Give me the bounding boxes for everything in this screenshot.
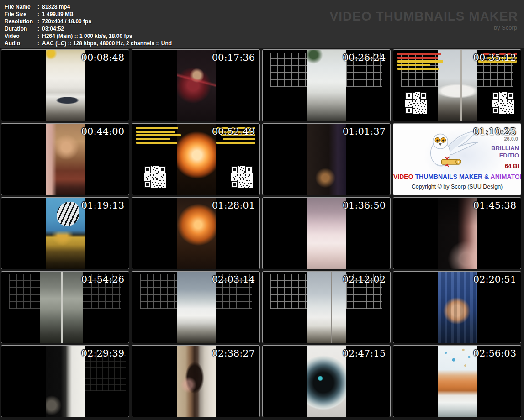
logo-tile: 26.0.0BRILLIANEDITIO64 BIVIDEO THUMBNAIL… [393,123,521,195]
bit-label: 64 BI [505,163,519,169]
ad-text-line [136,127,178,129]
video-strip [438,50,477,121]
timestamp-label: 02:47:15 [343,348,386,359]
watermark-subtitle: by Scorp [330,24,517,31]
edition-label: BRILLIAN [491,145,519,152]
ad-text-line [136,142,177,144]
ad-text-line [136,138,170,140]
timestamp-label: 00:35:12 [473,52,516,63]
ad-text-line [397,53,441,55]
thumbnail-tile: 02:29:39 [1,345,129,417]
watermark: VIDEO THUMBNAILS MAKER by Scorp [330,9,518,31]
info-value: AAC (LC) :: 128 kbps, 48000 Hz, 2 channe… [42,40,172,47]
thumbnail-tile: 02:38:27 [132,345,260,417]
timestamp-label: 00:17:36 [212,52,255,63]
ad-text-block [397,53,443,70]
brand-amp: & [482,173,489,180]
info-label: Duration [5,25,37,32]
info-colon: : [37,25,42,32]
info-value: 03:04:52 [42,26,64,32]
video-strip [46,50,85,121]
info-label: File Name [5,3,37,10]
qr-code [405,92,427,114]
info-row: Resolution:720x404 / 18.00 fps [5,18,172,25]
thumbnail-tile: 01:01:37 [262,123,391,195]
info-row: Audio:AAC (LC) :: 128 kbps, 48000 Hz, 2 … [5,40,172,47]
info-label: File Size [5,10,37,18]
brand-animator: ANIMATOR [489,173,521,180]
video-strip [307,346,346,417]
thumbnail-tile: 01:36:50 [262,197,391,269]
ad-text-line [216,142,255,144]
info-value: 1 499.89 MB [42,11,74,17]
video-strip [307,124,346,195]
thumbnail-grid: 00:08:4800:17:3600:26:24 00:35:1200:44:0… [0,48,524,420]
ad-text-line [397,57,438,59]
thumbnail-tile: 02:20:51 [393,271,521,343]
thumbnail-tile: 01:54:26 [1,271,129,343]
video-strip [177,272,216,343]
timestamp-label: 02:56:03 [473,348,516,359]
video-strip [177,50,216,121]
brand-video: VIDEO [393,173,413,180]
info-row: File Size:1 499.89 MB [5,10,172,18]
info-colon: : [37,3,42,10]
info-colon: : [37,10,42,18]
thumbnail-tile: 00:08:48 [1,49,129,121]
qr-code [144,166,166,188]
video-strip [438,346,477,417]
info-label: Video [5,32,37,40]
ad-text-block [136,127,181,144]
timestamp-label: 00:44:00 [81,126,124,137]
ad-text-line [397,68,439,70]
video-strip [438,272,477,343]
ad-text-line [136,131,175,133]
video-strip [307,198,346,269]
video-strip [438,198,477,269]
info-row: Duration:03:04:52 [5,25,172,32]
video-strip [307,50,346,121]
thumbnail-tile: 00:26:24 [262,49,391,121]
video-strip [177,346,216,417]
video-strip [177,124,216,195]
info-value: H264 (Main) :: 1 000 kb/s, 18.00 fps [42,33,132,39]
timestamp-label: 01:10:25 [473,126,516,137]
timestamp-label: 01:54:26 [81,274,124,285]
timestamp-label: 01:45:38 [473,200,516,211]
thumbnail-sheet: File Name:81328.mp4File Size:1 499.89 MB… [0,0,524,420]
edition-label: EDITIO [499,152,519,159]
copyright-label: Copyright © by Scorp (SUU Design) [393,184,521,190]
timestamp-label: 02:20:51 [473,274,516,285]
ad-text-line [223,138,255,140]
video-strip [46,198,85,269]
info-label: Resolution [5,18,37,25]
video-strip [46,346,85,417]
timestamp-label: 01:28:01 [212,200,255,211]
info-value: 81328.mp4 [42,4,70,10]
info-row: Video:H264 (Main) :: 1 000 kb/s, 18.00 f… [5,32,172,40]
video-strip [177,198,216,269]
info-colon: : [37,32,42,40]
file-info: File Name:81328.mp4File Size:1 499.89 MB… [5,3,172,47]
timestamp-label: 01:19:13 [81,200,124,211]
thumbnail-tile: 02:12:02 [262,271,391,343]
info-row: File Name:81328.mp4 [5,3,172,10]
thumbnail-tile: 00:44:00 [1,123,129,195]
timestamp-label: 02:12:02 [343,274,386,285]
thumbnail-tile: 02:47:15 [262,345,391,417]
timestamp-label: 01:01:37 [343,126,386,137]
video-strip [46,124,85,195]
thumbnail-tile: 02:03:14 [132,271,260,343]
brand-maker: THUMBNAILS MAKER [413,173,483,180]
thumbnail-tile: 00:17:36 [132,49,260,121]
thumbnail-tile: 01:19:13 [1,197,129,269]
timestamp-label: 02:38:27 [212,348,255,359]
brand-line: VIDEO THUMBNAILS MAKER & ANIMATOR [393,173,521,180]
timestamp-label: 02:29:39 [81,348,124,359]
ad-text-line [136,134,181,136]
timestamp-label: 00:52:49 [212,126,255,137]
thumbnail-tile: 00:35:12 [393,49,521,121]
info-colon: : [37,18,42,25]
timestamp-label: 00:26:24 [343,52,386,63]
ad-text-line [397,60,443,63]
